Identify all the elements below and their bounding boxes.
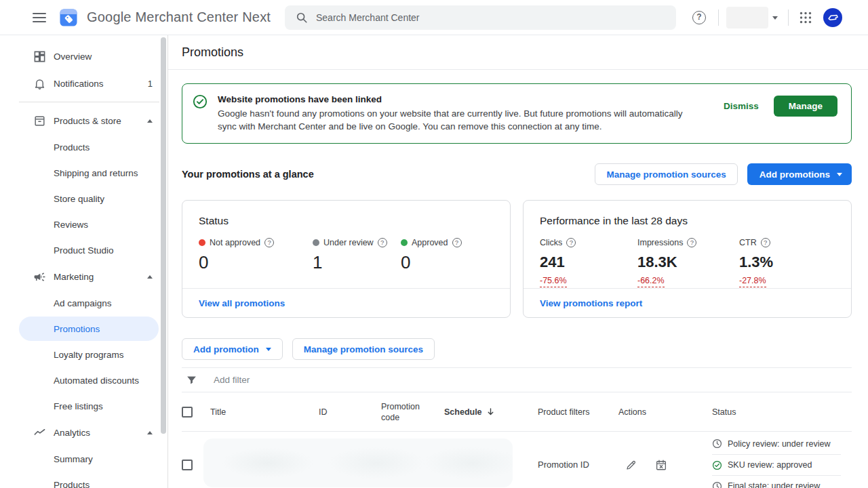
column-header-title[interactable]: Title — [210, 407, 319, 418]
account-selector[interactable] — [726, 7, 768, 28]
manage-button[interactable]: Manage — [774, 96, 837, 117]
dismiss-button[interactable]: Dismiss — [717, 97, 766, 115]
column-header-promotion-code[interactable]: Promotion code — [381, 401, 444, 423]
sidebar-item-store-quality[interactable]: Store quality — [0, 186, 167, 211]
google-apps-grid-icon[interactable] — [799, 11, 812, 24]
check-circle-icon — [193, 94, 208, 109]
help-icon[interactable] — [378, 238, 387, 247]
help-icon[interactable] — [566, 238, 576, 247]
main-content: Promotions Website promotions have been … — [168, 35, 868, 488]
avatar[interactable] — [823, 8, 842, 27]
stat-label: Approved — [412, 238, 448, 247]
sidebar-item-automated-discounts[interactable]: Automated discounts — [0, 367, 167, 393]
view-promotions-report-link[interactable]: View promotions report — [540, 298, 642, 308]
stat-value: 0 — [401, 252, 462, 272]
dropdown-caret-icon — [266, 348, 271, 351]
header-divider — [718, 9, 719, 26]
stat-label: Under review — [323, 238, 374, 247]
sidebar-item-reviews[interactable]: Reviews — [0, 211, 167, 237]
sidebar-item-label: Reviews — [54, 220, 88, 230]
banner-body: Google hasn't found any promotions on yo… — [218, 107, 689, 133]
row-checkbox[interactable] — [182, 460, 193, 470]
bell-icon — [33, 77, 47, 90]
button-label: Manage promotion sources — [304, 344, 423, 354]
sidebar-item-analytics-products[interactable]: Products — [0, 472, 167, 488]
help-icon[interactable] — [692, 11, 706, 24]
stat-change: -75.6% — [540, 276, 567, 287]
sidebar-scrollbar[interactable] — [161, 37, 166, 434]
sidebar-item-label: Ad campaigns — [54, 298, 112, 308]
stat-value: 18.3K — [637, 252, 739, 272]
sidebar-item-label: Automated discounts — [54, 375, 139, 386]
green-dot-icon — [401, 239, 408, 246]
app-title: Google Merchant Center Next — [87, 9, 271, 25]
sidebar-item-notifications[interactable]: Notifications 1 — [0, 70, 167, 97]
collapse-icon — [147, 431, 153, 434]
sidebar-item-label: Products & store — [54, 116, 121, 126]
button-label: Manage promotion sources — [606, 169, 726, 180]
search-input[interactable] — [316, 12, 642, 23]
sidebar-item-products[interactable]: Products — [0, 134, 167, 160]
filter-funnel-icon — [186, 374, 197, 386]
view-all-promotions-link[interactable]: View all promotions — [199, 298, 285, 308]
sidebar-item-overview[interactable]: Overview — [0, 43, 167, 70]
column-header-actions: Actions — [618, 407, 712, 418]
merchant-center-logo-icon[interactable] — [60, 9, 77, 26]
help-icon[interactable] — [452, 238, 462, 247]
sidebar-item-label: Marketing — [54, 272, 94, 282]
trend-line-icon — [33, 426, 47, 439]
help-icon[interactable] — [687, 238, 696, 247]
status-sku-review: SKU review: approved — [712, 454, 841, 475]
cell-status: Policy review: under review SKU review: … — [712, 432, 852, 488]
add-promotion-button[interactable]: Add promotion — [182, 338, 283, 360]
sidebar-item-marketing[interactable]: Marketing — [0, 263, 167, 290]
sidebar-item-shipping-returns[interactable]: Shipping and returns — [0, 160, 167, 186]
end-promotion-calendar-icon[interactable] — [655, 459, 667, 471]
search-bar[interactable] — [285, 5, 676, 30]
manage-promotion-sources-button[interactable]: Manage promotion sources — [595, 163, 737, 185]
select-all-checkbox[interactable] — [182, 407, 193, 418]
sidebar-item-products-store[interactable]: Products & store — [0, 107, 167, 134]
help-icon[interactable] — [761, 238, 770, 247]
sidebar-item-promotions[interactable]: Promotions — [19, 317, 159, 341]
red-dot-icon — [199, 239, 205, 246]
sidebar-item-loyalty-programs[interactable]: Loyalty programs — [0, 342, 167, 367]
status-final-state: Final state: under review — [712, 475, 841, 488]
sidebar-item-label: Summary — [54, 454, 93, 464]
stat-value: 0 — [199, 252, 313, 272]
page-title: Promotions — [182, 45, 243, 60]
sidebar-divider — [19, 102, 159, 102]
column-header-label: Schedule — [444, 407, 482, 418]
sidebar-item-label: Shipping and returns — [54, 168, 138, 178]
check-circle-icon — [712, 460, 722, 470]
help-icon[interactable] — [264, 238, 274, 247]
column-header-id[interactable]: ID — [319, 407, 381, 418]
stat-value: 241 — [540, 252, 637, 272]
edit-pencil-icon[interactable] — [625, 459, 637, 471]
add-promotions-button[interactable]: Add promotions — [747, 163, 852, 185]
status-text: Policy review: under review — [728, 439, 830, 449]
status-card: Status Not approved 0 — [182, 200, 511, 318]
notifications-count-badge: 1 — [148, 79, 153, 89]
button-label: Add promotions — [760, 169, 830, 180]
stat-not-approved: Not approved 0 — [199, 237, 313, 272]
manage-promotion-sources-button-2[interactable]: Manage promotion sources — [292, 338, 435, 360]
sidebar-item-label: Notifications — [54, 79, 104, 89]
column-header-schedule[interactable]: Schedule — [444, 407, 538, 418]
sidebar-item-analytics[interactable]: Analytics — [0, 419, 167, 446]
sidebar-item-free-listings[interactable]: Free listings — [0, 393, 167, 419]
sidebar-item-product-studio[interactable]: Product Studio — [0, 237, 167, 263]
sidebar-item-label: Promotions — [54, 324, 100, 334]
sidebar-item-label: Free listings — [54, 401, 103, 411]
sidebar-item-summary[interactable]: Summary — [0, 446, 167, 472]
linked-promotions-banner: Website promotions have been linked Goog… — [182, 83, 852, 144]
filter-bar[interactable]: Add filter — [182, 367, 852, 392]
stat-clicks: Clicks 241 -75.6% — [540, 237, 637, 287]
column-header-product-filters[interactable]: Product filters — [538, 407, 618, 418]
sidebar-item-ad-campaigns[interactable]: Ad campaigns — [0, 290, 167, 316]
sidebar-item-label: Loyalty programs — [54, 350, 124, 360]
sidebar: Overview Notifications 1 Products & stor… — [0, 35, 168, 488]
column-header-status[interactable]: Status — [712, 407, 852, 418]
account-caret-icon[interactable] — [772, 16, 778, 20]
hamburger-menu-icon[interactable] — [33, 11, 46, 24]
